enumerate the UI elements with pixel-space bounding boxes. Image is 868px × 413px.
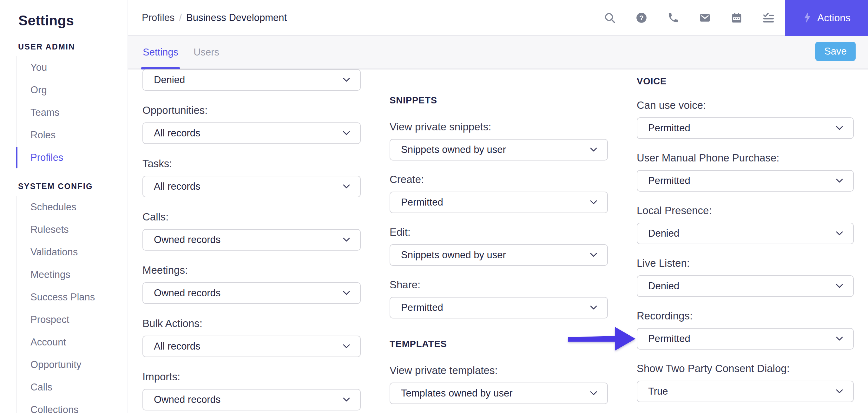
chevron-down-icon (836, 284, 843, 288)
field-calls: Calls: Owned records (143, 211, 361, 251)
chevron-down-icon (343, 291, 350, 295)
meetings-select[interactable]: Owned records (143, 282, 361, 304)
sidebar-item-account[interactable]: Account (30, 331, 127, 353)
chevron-down-icon (836, 179, 843, 183)
can-use-voice-select[interactable]: Permitted (637, 117, 854, 139)
sidebar-item-opportunity[interactable]: Opportunity (30, 353, 127, 376)
sidebar-item-collections[interactable]: Collections (30, 399, 127, 413)
chevron-down-icon (343, 78, 350, 82)
chevron-down-icon (343, 184, 350, 189)
opportunities-select[interactable]: All records (143, 122, 361, 144)
field-live-listen: Live Listen: Denied (637, 257, 854, 297)
chevron-down-icon (590, 306, 597, 310)
field-opportunities: Opportunities: All records (143, 104, 361, 144)
sidebar-item-org[interactable]: Org (30, 79, 127, 101)
live-listen-select[interactable]: Denied (637, 275, 854, 297)
chevron-down-icon (343, 237, 350, 242)
settings-sidebar: Settings USER ADMIN You Org Teams Roles … (0, 0, 128, 413)
recordings-select[interactable]: Permitted (637, 328, 854, 350)
chevron-down-icon (590, 200, 597, 204)
column-voice: VOICE Can use voice: Permitted User Manu… (637, 76, 854, 402)
tasks-select[interactable]: All records (143, 176, 361, 197)
sidebar-item-rulesets[interactable]: Rulesets (30, 218, 127, 241)
imports-select[interactable]: Owned records (143, 389, 361, 410)
field-snippets-create: Create: Permitted (390, 173, 608, 213)
view-private-snippets-select[interactable]: Snippets owned by user (390, 139, 608, 160)
field-tasks: Tasks: All records (143, 157, 361, 197)
sidebar-item-meetings[interactable]: Meetings (30, 263, 127, 286)
sidebar-item-success-plans[interactable]: Success Plans (30, 286, 127, 308)
snippets-edit-select[interactable]: Snippets owned by user (390, 244, 608, 266)
column-record-access: Denied Opportunities: All records Tasks:… (143, 69, 361, 410)
sidebar-item-validations[interactable]: Validations (30, 241, 127, 263)
sidebar-item-schedules[interactable]: Schedules (30, 196, 127, 218)
chevron-down-icon (836, 337, 843, 341)
calls-select[interactable]: Owned records (143, 229, 361, 251)
profile-settings-content: Denied Opportunities: All records Tasks:… (0, 0, 868, 413)
field-local-presence: Local Presence: Denied (637, 204, 854, 244)
snippets-create-select[interactable]: Permitted (390, 192, 608, 213)
chevron-down-icon (836, 231, 843, 236)
field-view-private-snippets: View private snippets: Snippets owned by… (390, 121, 608, 160)
field-imports: Imports: Owned records (143, 371, 361, 410)
user-admin-nav: You Org Teams Roles Profiles (17, 56, 127, 169)
bulk-actions-select[interactable]: All records (143, 336, 361, 357)
column-snippets-templates: SNIPPETS View private snippets: Snippets… (390, 95, 608, 404)
system-config-nav: Schedules Rulesets Validations Meetings … (17, 196, 127, 413)
sidebar-item-teams[interactable]: Teams (30, 101, 127, 124)
view-private-templates-select[interactable]: Templates owned by user (390, 383, 608, 404)
sidebar-item-profiles[interactable]: Profiles (30, 146, 127, 169)
field-cut-off-top: Denied (143, 69, 361, 91)
chevron-down-icon (343, 344, 350, 349)
voice-section-header: VOICE (637, 76, 854, 86)
show-two-party-consent-dialog-select[interactable]: True (637, 381, 854, 402)
sidebar-item-you[interactable]: You (30, 56, 127, 79)
sidebar-item-roles[interactable]: Roles (30, 124, 127, 146)
field-snippets-edit: Edit: Snippets owned by user (390, 226, 608, 266)
chevron-down-icon (590, 148, 597, 152)
chevron-down-icon (590, 391, 597, 395)
chevron-down-icon (590, 253, 597, 257)
local-presence-select[interactable]: Denied (637, 223, 854, 244)
snippets-share-select[interactable]: Permitted (390, 297, 608, 318)
field-can-use-voice: Can use voice: Permitted (637, 99, 854, 139)
chevron-down-icon (836, 126, 843, 130)
snippets-section-header: SNIPPETS (390, 95, 608, 105)
chevron-down-icon (343, 131, 350, 135)
user-manual-phone-purchase-select[interactable]: Permitted (637, 170, 854, 192)
sidebar-item-prospect[interactable]: Prospect (30, 308, 127, 331)
sidebar-item-calls[interactable]: Calls (30, 376, 127, 399)
field-show-two-party-consent-dialog: Show Two Party Consent Dialog: True (637, 362, 854, 402)
field-bulk-actions: Bulk Actions: All records (143, 317, 361, 357)
field-recordings: Recordings: Permitted (637, 310, 854, 350)
sidebar-section-system-config: SYSTEM CONFIG (18, 182, 127, 190)
cutoff-field-select[interactable]: Denied (143, 69, 361, 91)
sidebar-section-user-admin: USER ADMIN (18, 42, 127, 51)
field-meetings: Meetings: Owned records (143, 264, 361, 304)
chevron-down-icon (343, 398, 350, 402)
annotation-arrow (568, 323, 637, 354)
sidebar-title: Settings (19, 12, 127, 29)
field-view-private-templates: View private templates: Templates owned … (390, 364, 608, 404)
field-snippets-share: Share: Permitted (390, 279, 608, 318)
chevron-down-icon (836, 389, 843, 394)
field-user-manual-phone-purchase: User Manual Phone Purchase: Permitted (637, 152, 854, 192)
